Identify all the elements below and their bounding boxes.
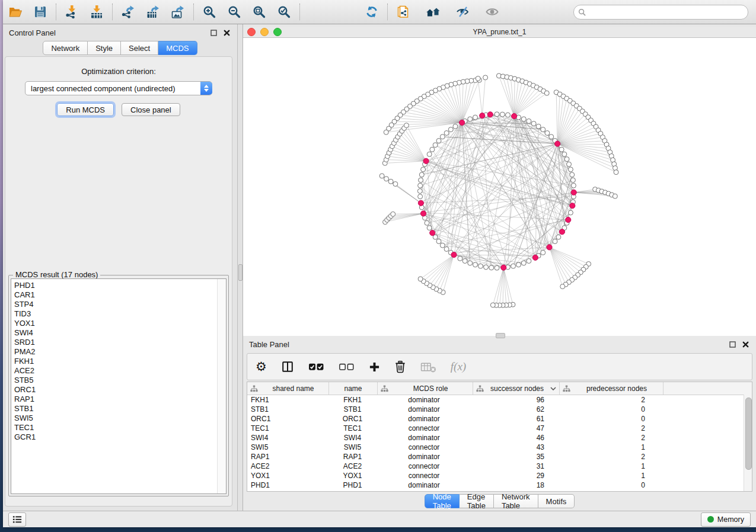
mcds-result-item[interactable]: SRD1 bbox=[14, 338, 216, 347]
hide-eye-icon[interactable] bbox=[455, 5, 470, 20]
splitter-handle[interactable] bbox=[238, 264, 243, 281]
mcds-result-item[interactable]: ORC1 bbox=[14, 385, 216, 395]
export-network-icon[interactable] bbox=[120, 5, 135, 20]
mcds-result-item[interactable]: YOX1 bbox=[14, 319, 216, 328]
mcds-result-item[interactable]: CAR1 bbox=[14, 290, 216, 300]
task-history-button[interactable] bbox=[8, 512, 26, 527]
node-table: shared namenameMCDS rolesuccessor nodesp… bbox=[247, 382, 752, 492]
tab-node-table[interactable]: Node Table bbox=[425, 494, 460, 508]
mcds-result-item[interactable]: TID3 bbox=[14, 309, 216, 319]
mcds-result-item[interactable]: RAP1 bbox=[14, 395, 216, 404]
column-header-MCDS-role[interactable]: MCDS role bbox=[378, 382, 473, 395]
table-row[interactable]: RAP1RAP1dominator352 bbox=[247, 452, 752, 462]
mcds-buttons: Run MCDS Close panel bbox=[57, 103, 180, 116]
tab-mcds[interactable]: MCDS bbox=[158, 41, 197, 55]
mcds-list-scrollbar[interactable] bbox=[217, 279, 226, 493]
float-panel-icon[interactable] bbox=[209, 28, 218, 37]
column-type-icon bbox=[381, 385, 388, 392]
memory-button[interactable]: Memory bbox=[701, 512, 751, 527]
node-table-header: shared namenameMCDS rolesuccessor nodesp… bbox=[247, 382, 752, 395]
mcds-result-item[interactable]: STB5 bbox=[14, 376, 216, 385]
mcds-result-item[interactable]: TEC1 bbox=[14, 423, 216, 432]
import-network-icon[interactable] bbox=[64, 5, 79, 20]
optimization-criterion-select[interactable]: largest connected component (undirected) bbox=[25, 81, 212, 95]
column-header-successor-nodes[interactable]: successor nodes bbox=[473, 382, 560, 395]
zoom-out-icon[interactable] bbox=[227, 5, 241, 20]
table-scrollbar[interactable] bbox=[744, 395, 752, 491]
optimization-criterion-value: largest connected component (undirected) bbox=[25, 84, 200, 93]
cell-MCDS-role: connector bbox=[377, 472, 471, 480]
search-input[interactable] bbox=[573, 5, 748, 20]
add-column-icon[interactable] bbox=[369, 359, 380, 374]
export-table-icon[interactable] bbox=[145, 5, 160, 20]
cell-successor-nodes: 35 bbox=[471, 453, 557, 461]
table-row[interactable]: YOX1YOX1connector291 bbox=[247, 471, 752, 480]
vertical-splitter[interactable] bbox=[237, 24, 243, 511]
main-content: Control Panel NetworkStyleSelectMCDS Opt… bbox=[3, 24, 756, 511]
show-eye-icon[interactable] bbox=[484, 5, 499, 20]
mcds-result-item[interactable]: SWI5 bbox=[14, 414, 216, 423]
tab-select[interactable]: Select bbox=[121, 41, 158, 55]
tab-edge-table[interactable]: Edge Table bbox=[460, 494, 494, 508]
new-network-from-selection-icon[interactable] bbox=[395, 5, 410, 20]
cell-MCDS-role: dominator bbox=[377, 434, 471, 442]
table-row[interactable]: FKH1FKH1dominator962 bbox=[247, 395, 752, 405]
column-header-name[interactable]: name bbox=[329, 382, 378, 395]
zoom-in-icon[interactable] bbox=[202, 5, 216, 20]
network-window-titlebar: YPA_prune.txt_1 bbox=[243, 27, 756, 38]
settings-gear-icon[interactable]: ⚙ bbox=[256, 359, 267, 374]
mcds-result-item[interactable]: FKH1 bbox=[14, 357, 216, 366]
mcds-result-item[interactable]: ACE2 bbox=[14, 366, 216, 376]
mcds-result-list[interactable]: PHD1CAR1STP4TID3YOX1SWI4SRD1PMA2FKH1ACE2… bbox=[11, 278, 227, 494]
table-row[interactable]: PHD1PHD1dominator180 bbox=[247, 480, 752, 490]
tab-motifs[interactable]: Motifs bbox=[538, 494, 575, 508]
import-table-icon[interactable] bbox=[89, 5, 104, 20]
open-folder-icon[interactable] bbox=[8, 5, 23, 20]
tab-style[interactable]: Style bbox=[88, 41, 121, 55]
search-field[interactable] bbox=[586, 8, 748, 16]
table-row[interactable]: SWI4SWI4dominator462 bbox=[247, 433, 752, 443]
close-panel-button[interactable]: Close panel bbox=[122, 103, 180, 116]
mcds-result-item[interactable]: PHD1 bbox=[14, 281, 216, 290]
mcds-result-item[interactable]: STB1 bbox=[14, 404, 216, 414]
cell-successor-nodes: 31 bbox=[471, 462, 557, 470]
cell-MCDS-role: connector bbox=[377, 443, 471, 451]
select-all-columns-icon[interactable] bbox=[308, 359, 324, 374]
network-canvas[interactable] bbox=[243, 38, 756, 336]
column-header-shared-name[interactable]: shared name bbox=[247, 382, 329, 395]
column-header-predecessor-nodes[interactable]: predecessor nodes bbox=[560, 382, 664, 395]
cell-name: SWI4 bbox=[328, 434, 377, 442]
column-type-icon bbox=[476, 385, 484, 392]
table-row[interactable]: TEC1TEC1connector472 bbox=[247, 424, 752, 433]
show-column-panel-icon[interactable] bbox=[281, 359, 294, 374]
export-image-icon[interactable] bbox=[170, 5, 185, 20]
refresh-icon[interactable] bbox=[364, 5, 379, 20]
save-icon[interactable] bbox=[33, 5, 47, 20]
app-window: Control Panel NetworkStyleSelectMCDS Opt… bbox=[3, 0, 756, 527]
run-mcds-button[interactable]: Run MCDS bbox=[57, 103, 114, 116]
mcds-result-item[interactable]: SWI4 bbox=[14, 328, 216, 338]
deselect-all-columns-icon[interactable] bbox=[339, 359, 355, 374]
cell-predecessor-nodes: 0 bbox=[557, 405, 661, 414]
close-panel-icon[interactable] bbox=[741, 339, 750, 349]
zoom-selected-icon[interactable] bbox=[276, 5, 291, 20]
close-panel-icon[interactable] bbox=[222, 28, 231, 37]
delete-column-icon[interactable] bbox=[394, 359, 406, 374]
mcds-result-item[interactable]: GCR1 bbox=[14, 432, 216, 442]
function-builder-icon: f(x) bbox=[451, 359, 466, 374]
zoom-fit-icon[interactable] bbox=[251, 5, 266, 20]
houses-icon[interactable] bbox=[425, 5, 440, 20]
table-row[interactable]: STB1STB1dominator620 bbox=[247, 405, 752, 414]
mcds-result-item[interactable]: STP4 bbox=[14, 300, 216, 309]
horizontal-splitter-handle[interactable] bbox=[496, 333, 505, 338]
table-row[interactable]: ACE2ACE2connector311 bbox=[247, 462, 752, 471]
tab-network-table[interactable]: Network Table bbox=[494, 494, 538, 508]
tab-network[interactable]: Network bbox=[43, 41, 88, 55]
table-scrollbar-thumb[interactable] bbox=[745, 398, 752, 470]
mcds-result-item[interactable]: PMA2 bbox=[14, 347, 216, 357]
table-row[interactable]: ORC1ORC1dominator610 bbox=[247, 414, 752, 424]
float-panel-icon[interactable] bbox=[728, 339, 737, 349]
column-type-icon bbox=[250, 385, 258, 392]
table-panel-header: Table Panel bbox=[243, 336, 756, 352]
table-row[interactable]: SWI5SWI5connector431 bbox=[247, 443, 752, 452]
